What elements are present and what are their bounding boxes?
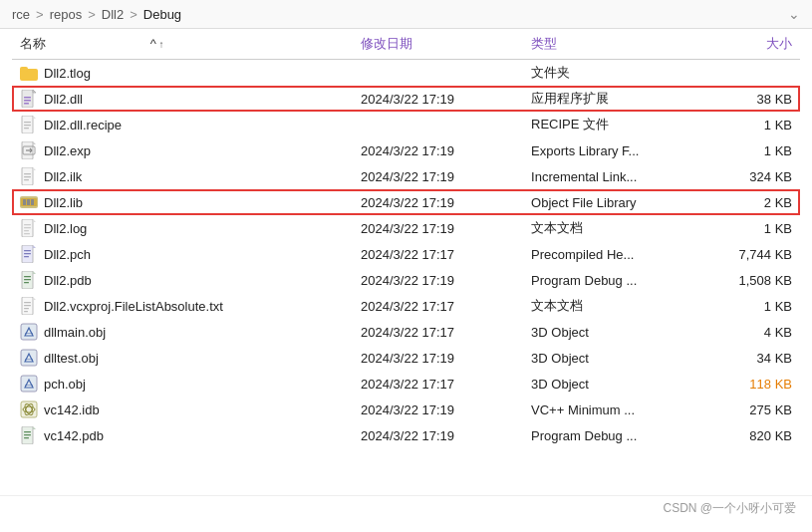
file-icon-folder — [20, 64, 38, 82]
table-row[interactable]: vc142.idb2024/3/22 17:19VC++ Minimum ...… — [12, 397, 800, 422]
file-modified: 2024/3/22 17:19 — [353, 163, 523, 189]
file-size: 1 KB — [714, 137, 800, 163]
file-name-cell: Dll2.tlog — [12, 60, 353, 87]
table-row[interactable]: Dll2.log2024/3/22 17:19文本文档1 KB — [12, 215, 800, 241]
file-name: Dll2.log — [44, 221, 87, 236]
file-type: 应用程序扩展 — [523, 86, 714, 112]
file-size: 4 KB — [714, 319, 800, 345]
svg-marker-41 — [33, 271, 36, 274]
file-name-cell: Dll2.pch — [12, 241, 353, 267]
file-type: Precompiled He... — [523, 241, 714, 267]
file-size: 1,508 KB — [714, 267, 800, 293]
table-row[interactable]: Dll2.pch2024/3/22 17:17Precompiled He...… — [12, 241, 800, 267]
table-row[interactable]: dlltest.obj2024/3/22 17:193D Object34 KB — [12, 345, 800, 371]
file-modified: 2024/3/22 17:19 — [353, 422, 523, 448]
breadcrumb-bar: rce > repos > Dll2 > Debug ⌄ — [0, 0, 812, 29]
file-icon-recipe — [20, 116, 38, 133]
svg-marker-14 — [33, 141, 36, 144]
svg-rect-66 — [24, 431, 31, 432]
file-name: Dll2.exp — [44, 143, 91, 158]
file-size: 1 KB — [714, 215, 800, 241]
svg-rect-48 — [24, 305, 31, 306]
file-type: 文本文档 — [523, 215, 714, 241]
file-icon-txt — [20, 297, 38, 315]
svg-rect-23 — [24, 179, 29, 180]
table-row[interactable]: vc142.pdb2024/3/22 17:19Program Debug ..… — [12, 422, 800, 448]
table-row[interactable]: Dll2.vcxproj.FileListAbsolute.txt2024/3/… — [12, 293, 800, 319]
col-name[interactable]: 名称 ^ — [12, 29, 353, 60]
file-name-cell: Dll2.dll.recipe — [12, 112, 353, 137]
breadcrumb-sep-3: > — [130, 7, 137, 22]
file-modified — [353, 112, 523, 137]
svg-marker-46 — [33, 297, 36, 300]
file-modified: 2024/3/22 17:17 — [353, 371, 523, 397]
table-row[interactable]: Dll2.tlog文件夹 — [12, 60, 800, 87]
table-row[interactable]: Dll2.lib2024/3/22 17:19Object File Libra… — [12, 189, 800, 215]
file-name: dllmain.obj — [44, 325, 106, 340]
file-icon-exp — [20, 141, 38, 159]
breadcrumb-dll2[interactable]: Dll2 — [102, 7, 124, 22]
table-row[interactable]: pch.obj2024/3/22 17:173D Object118 KB — [12, 371, 800, 397]
file-modified: 2024/3/22 17:19 — [353, 345, 523, 371]
file-type: Program Debug ... — [523, 267, 714, 293]
file-name: Dll2.lib — [44, 195, 83, 210]
breadcrumb-chevron[interactable]: ⌄ — [788, 6, 800, 22]
file-modified: 2024/3/22 17:19 — [353, 267, 523, 293]
svg-rect-50 — [24, 311, 28, 312]
table-row[interactable]: Dll2.ilk2024/3/22 17:19Incremental Link.… — [12, 163, 800, 189]
file-size: 118 KB — [714, 371, 800, 397]
svg-rect-31 — [24, 224, 31, 225]
table-row[interactable]: Dll2.dll2024/3/22 17:19应用程序扩展38 KB — [12, 86, 800, 112]
file-modified: 2024/3/22 17:19 — [353, 137, 523, 163]
file-size: 324 KB — [714, 163, 800, 189]
svg-rect-12 — [24, 128, 29, 129]
file-name-cell: vc142.idb — [12, 397, 353, 422]
file-name: pch.obj — [44, 377, 86, 392]
file-name-cell: Dll2.ilk — [12, 163, 353, 189]
file-name-cell: vc142.pdb — [12, 422, 353, 448]
svg-rect-59 — [25, 385, 33, 386]
file-icon-log — [20, 219, 38, 237]
file-name: Dll2.tlog — [44, 66, 91, 81]
table-row[interactable]: dllmain.obj2024/3/22 17:173D Object4 KB — [12, 319, 800, 345]
svg-rect-47 — [24, 302, 31, 303]
file-modified: 2024/3/22 17:17 — [353, 241, 523, 267]
svg-rect-11 — [24, 125, 31, 126]
col-size[interactable]: 大小 — [714, 29, 800, 60]
svg-rect-7 — [24, 103, 29, 105]
svg-rect-44 — [24, 282, 29, 283]
file-name-cell: Dll2.lib — [12, 189, 353, 215]
footer: CSDN @一个小呀小可爱 — [0, 495, 812, 521]
file-table: 名称 ^ 修改日期 类型 大小 Dll2.tlog文件夹 — [12, 29, 800, 448]
svg-rect-6 — [24, 100, 31, 102]
file-type: 文件夹 — [523, 60, 714, 87]
file-name-cell: Dll2.exp — [12, 137, 353, 163]
file-size: 34 KB — [714, 345, 800, 371]
table-row[interactable]: Dll2.pdb2024/3/22 17:19Program Debug ...… — [12, 267, 800, 293]
file-name-cell: Dll2.dll — [12, 86, 353, 112]
breadcrumb-repos[interactable]: repos — [50, 7, 83, 22]
col-type[interactable]: 类型 — [523, 29, 714, 60]
breadcrumb-debug: Debug — [143, 7, 181, 22]
table-row[interactable]: Dll2.exp2024/3/22 17:19Exports Library F… — [12, 137, 800, 163]
svg-marker-9 — [33, 116, 36, 119]
file-name: Dll2.dll — [44, 92, 83, 107]
svg-marker-20 — [33, 167, 36, 170]
file-modified: 2024/3/22 17:19 — [353, 397, 523, 422]
svg-rect-28 — [31, 199, 34, 205]
file-size — [714, 60, 800, 87]
file-modified: 2024/3/22 17:17 — [353, 319, 523, 345]
table-row[interactable]: Dll2.dll.recipeRECIPE 文件1 KB — [12, 112, 800, 137]
svg-rect-33 — [24, 230, 29, 231]
svg-rect-37 — [24, 250, 31, 251]
col-modified[interactable]: 修改日期 — [353, 29, 523, 60]
breadcrumb-rce[interactable]: rce — [12, 7, 30, 22]
file-type: Object File Library — [523, 189, 714, 215]
file-type: 3D Object — [523, 371, 714, 397]
file-icon-pdb — [20, 271, 38, 289]
file-type: VC++ Minimum ... — [523, 397, 714, 422]
file-icon-idb — [20, 400, 38, 418]
breadcrumb-sep-1: > — [36, 7, 44, 22]
file-name: Dll2.ilk — [44, 169, 82, 184]
file-name: vc142.pdb — [44, 428, 104, 443]
